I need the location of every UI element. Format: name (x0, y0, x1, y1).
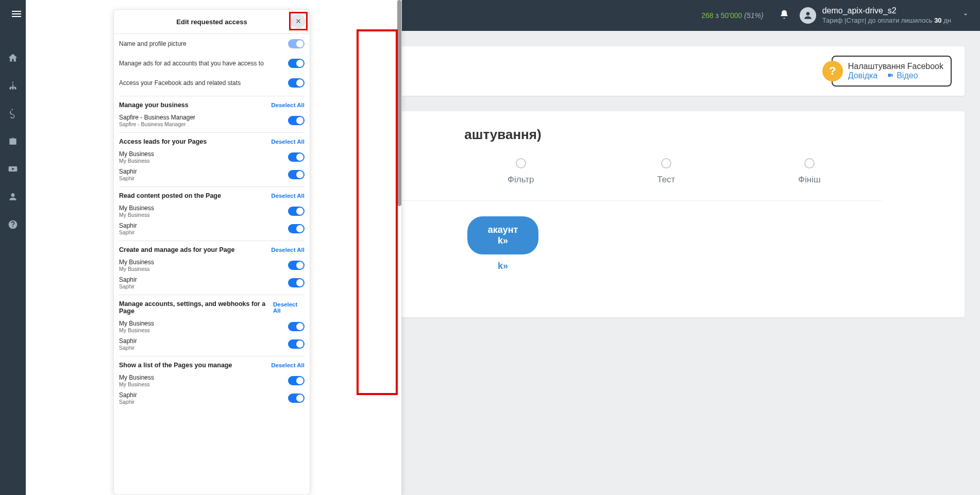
section-title: Manage your business (119, 101, 189, 109)
item-name: Sapfire - Business Manager (119, 114, 195, 121)
deselect-all-link[interactable]: Deselect All (273, 301, 305, 314)
permission-item-row: My Business My Business (119, 372, 305, 389)
permission-row: Name and profile picture (119, 34, 305, 54)
user-block[interactable]: demo_apix-drive_s2 Тариф |Старт| до опла… (822, 6, 951, 25)
section-title: Access leads for your Pages (119, 138, 207, 145)
item-sub: Saphir (119, 229, 137, 235)
deselect-all-link[interactable]: Deselect All (271, 193, 305, 199)
notifications-bell-icon[interactable] (779, 9, 789, 22)
wizard-step[interactable]: Фініш (798, 158, 821, 185)
close-icon (295, 18, 302, 25)
permission-row: Manage ads for ad accounts that you have… (119, 54, 305, 73)
sidebar-sitemap-icon[interactable] (7, 79, 19, 92)
wizard-step[interactable]: Фільтр (508, 158, 534, 185)
item-sub: Saphir (119, 399, 137, 405)
item-name: My Business (119, 150, 154, 158)
video-camera-icon (886, 71, 894, 80)
permissions-modal: Edit requested access Name and profile p… (113, 9, 310, 495)
user-avatar-icon[interactable] (800, 7, 816, 24)
close-button[interactable] (291, 14, 306, 28)
item-name: Saphir (119, 391, 137, 399)
deselect-all-link[interactable]: Deselect All (271, 362, 305, 368)
permission-toggle[interactable] (288, 376, 305, 385)
permission-item-row: Saphir Saphir (119, 220, 305, 237)
permission-toggle[interactable] (288, 59, 305, 68)
permission-row: Access your Facebook ads and related sta… (119, 73, 305, 93)
permission-toggle[interactable] (288, 39, 305, 48)
permission-toggle[interactable] (288, 116, 305, 125)
item-name: My Business (119, 374, 154, 381)
usage-pct: (51%) (742, 11, 763, 20)
permission-toggle[interactable] (288, 339, 305, 349)
help-doc-link[interactable]: Довідка (848, 71, 878, 80)
sidebar-youtube-icon[interactable] (7, 163, 19, 175)
permission-toggle[interactable] (288, 78, 305, 88)
item-sub: My Business (119, 327, 154, 333)
permission-toggle[interactable] (288, 207, 305, 216)
permission-item-row: My Business My Business (119, 257, 305, 274)
usage-total: 50'000 (721, 11, 742, 20)
step-label: Фініш (798, 175, 821, 185)
permission-section-header: Show a list of the Pages you manage Dese… (119, 356, 305, 372)
wizard-step[interactable]: Тест (657, 158, 675, 185)
sidebar-dollar-icon[interactable] (7, 107, 19, 120)
permission-toggle[interactable] (288, 170, 305, 179)
item-sub: My Business (119, 212, 154, 218)
permission-item-row: My Business My Business (119, 318, 305, 335)
permission-item-row: Saphir Saphir (119, 274, 305, 292)
usage-used: 268 (701, 11, 713, 20)
item-name: Saphir (119, 276, 137, 283)
permission-label: Access your Facebook ads and related sta… (119, 79, 241, 87)
modal-body: Name and profile picture Manage ads for … (114, 34, 310, 412)
permission-toggle[interactable] (288, 322, 305, 331)
sidebar-help-icon[interactable] (7, 218, 19, 231)
deselect-all-link[interactable]: Deselect All (271, 139, 305, 145)
item-name: Saphir (119, 168, 137, 175)
sidebar-home-icon[interactable] (7, 52, 19, 64)
permission-item-row: Saphir Saphir (119, 166, 305, 183)
permission-label: Name and profile picture (119, 40, 187, 47)
help-links: Довідка Відео (848, 71, 943, 80)
section-title: Read content posted on the Page (119, 192, 221, 199)
permission-item-row: My Business My Business (119, 202, 305, 220)
step-dot (804, 158, 815, 168)
usage-sep: з (714, 11, 721, 20)
section-title: Show a list of the Pages you manage (119, 362, 232, 369)
permission-item-row: Saphir Saphir (119, 389, 305, 407)
sidebar-briefcase-icon[interactable] (7, 135, 19, 147)
item-sub: My Business (119, 158, 154, 164)
item-name: My Business (119, 320, 154, 327)
modal-title: Edit requested access (176, 18, 247, 26)
permission-toggle[interactable] (288, 261, 305, 270)
permission-section-header: Access leads for your Pages Deselect All (119, 132, 305, 148)
permission-toggle[interactable] (288, 394, 305, 403)
permission-toggle[interactable] (288, 152, 305, 162)
help-video-link[interactable]: Відео (897, 71, 918, 80)
permission-toggle[interactable] (288, 278, 305, 287)
hamburger-menu-icon[interactable] (10, 8, 23, 23)
step-label: Фільтр (508, 175, 534, 185)
item-name: Saphir (119, 337, 137, 345)
item-sub: My Business (119, 266, 154, 272)
item-name: My Business (119, 259, 154, 266)
modal-header: Edit requested access (114, 10, 310, 34)
permission-item-row: My Business My Business (119, 148, 305, 166)
section-title: Manage accounts, settings, and webhooks … (119, 300, 273, 315)
item-sub: Saphir (119, 175, 137, 181)
sidebar-user-icon[interactable] (7, 191, 19, 203)
chevron-down-icon[interactable] (961, 10, 970, 21)
deselect-all-link[interactable]: Deselect All (271, 247, 305, 253)
item-sub: Saphir (119, 345, 137, 351)
help-badge-box: ? Налаштування Facebook Довідка Відео (832, 56, 952, 87)
sidebar (0, 31, 26, 495)
connect-account-button[interactable]: акаунтk» (467, 216, 539, 254)
item-name: My Business (119, 204, 154, 212)
item-name: Saphir (119, 222, 137, 229)
permission-toggle[interactable] (288, 224, 305, 233)
scrollbar-thumb[interactable] (397, 0, 401, 206)
help-question-icon: ? (822, 61, 843, 81)
permission-section-header: Manage your business Deselect All (119, 96, 305, 112)
deselect-all-link[interactable]: Deselect All (271, 102, 305, 108)
permission-item-row: Saphir Saphir (119, 335, 305, 353)
permission-section-header: Create and manage ads for your Page Dese… (119, 241, 305, 257)
